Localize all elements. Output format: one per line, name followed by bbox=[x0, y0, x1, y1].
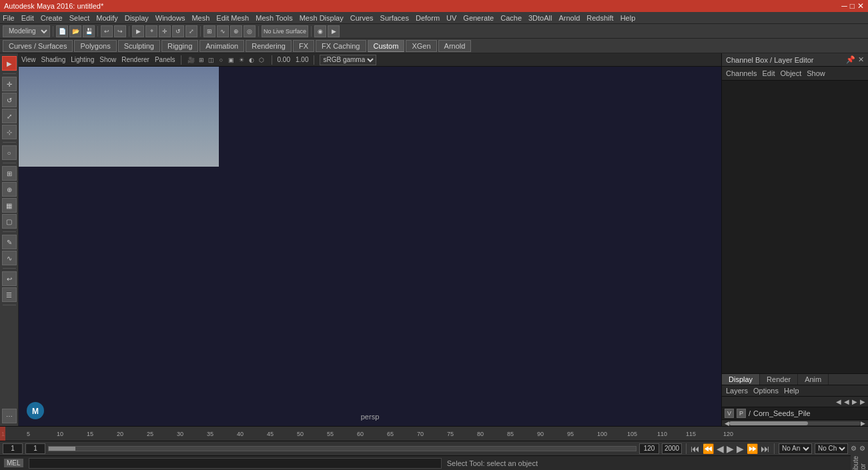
snap-grid-btn[interactable]: ⊞ bbox=[203, 25, 215, 37]
layer-nav3-btn[interactable]: ▶ bbox=[852, 398, 857, 405]
vp-menu-show[interactable]: Show bbox=[99, 56, 116, 63]
anim-layer-select[interactable]: No Anim Layer bbox=[779, 443, 812, 454]
vp-menu-view[interactable]: View bbox=[21, 56, 36, 63]
skip-back-btn[interactable]: ⏮ bbox=[691, 443, 700, 454]
scroll-right-btn[interactable]: ▶ bbox=[861, 420, 865, 427]
timeline[interactable]: 1 5 10 15 20 25 30 35 40 45 50 55 60 65 … bbox=[0, 426, 868, 441]
scrollbar[interactable]: ◀ ▶ bbox=[722, 419, 868, 426]
menu-select[interactable]: Select bbox=[69, 14, 90, 22]
menu-arnold[interactable]: Arnold bbox=[558, 14, 580, 22]
menu-edit[interactable]: Edit bbox=[21, 14, 34, 22]
smooth-icon[interactable]: ○ bbox=[217, 55, 226, 65]
panel-controls[interactable]: 📌 ✕ bbox=[846, 55, 864, 64]
scroll-left-btn[interactable]: ◀ bbox=[725, 420, 729, 427]
char-set-select[interactable]: No Character Set bbox=[815, 443, 848, 454]
move-tool[interactable]: ✛ bbox=[2, 77, 17, 91]
scroll-thumb[interactable] bbox=[729, 421, 808, 425]
snap-point-btn[interactable]: ⊕ bbox=[230, 25, 242, 37]
window-controls[interactable]: ─ □ ✕ bbox=[841, 1, 864, 11]
menu-mesh-tools[interactable]: Mesh Tools bbox=[256, 14, 292, 22]
soft-select[interactable]: ○ bbox=[2, 145, 17, 160]
frame-start-input[interactable] bbox=[3, 443, 23, 454]
more-tools-btn[interactable]: ⋯ bbox=[2, 409, 17, 423]
menu-generate[interactable]: Generate bbox=[463, 14, 494, 22]
tab-rigging[interactable]: Rigging bbox=[161, 40, 198, 52]
tab-sculpting[interactable]: Sculpting bbox=[118, 40, 160, 52]
range-thumb[interactable] bbox=[49, 447, 75, 451]
script-input[interactable] bbox=[29, 458, 442, 469]
undo-btn[interactable]: ↩ bbox=[101, 25, 113, 37]
snap-surface[interactable]: ⊞ bbox=[2, 166, 17, 181]
maximize-btn[interactable]: □ bbox=[850, 1, 855, 11]
playback-options-btn[interactable]: ⚙ bbox=[859, 445, 865, 452]
snap-grid[interactable]: ▦ bbox=[2, 198, 17, 213]
range-end-input[interactable] bbox=[639, 443, 659, 454]
tab-custom[interactable]: Custom bbox=[368, 40, 405, 52]
select-tool-btn[interactable]: ▶ bbox=[132, 25, 144, 37]
move-tool-btn[interactable]: ✛ bbox=[159, 25, 171, 37]
help-menu[interactable]: Help bbox=[784, 387, 799, 395]
cb-tab-object[interactable]: Object bbox=[780, 69, 801, 77]
sculpt-tool[interactable]: ∿ bbox=[2, 251, 17, 265]
tab-anim[interactable]: Anim bbox=[798, 374, 829, 385]
layer-playback-btn[interactable]: P bbox=[737, 409, 746, 418]
iso-icon[interactable]: ⬡ bbox=[257, 55, 266, 65]
scale-tool[interactable]: ⤢ bbox=[2, 109, 17, 123]
gamma-select[interactable]: sRGB gamma bbox=[320, 55, 376, 65]
step-back-btn[interactable]: ⏪ bbox=[703, 443, 714, 454]
tab-arnold[interactable]: Arnold bbox=[438, 40, 472, 52]
tab-polygons[interactable]: Polygons bbox=[74, 40, 116, 52]
render-settings-btn[interactable]: ◉ bbox=[314, 25, 326, 37]
cam-icon[interactable]: 🎥 bbox=[187, 55, 196, 65]
vp-menu-panels[interactable]: Panels bbox=[155, 56, 175, 63]
layer-nav4-btn[interactable]: ▶ bbox=[860, 398, 865, 405]
panel-close-btn[interactable]: ✕ bbox=[858, 55, 864, 64]
cb-tab-channels[interactable]: Channels bbox=[726, 69, 757, 77]
menu-modify[interactable]: Modify bbox=[96, 14, 117, 22]
universal-tool[interactable]: ⊹ bbox=[2, 125, 17, 139]
attribute-editor-tab[interactable]: Attribute Editor bbox=[851, 453, 868, 470]
menu-cache[interactable]: Cache bbox=[500, 14, 522, 22]
snap-point[interactable]: ⊕ bbox=[2, 182, 17, 197]
rotate-tool[interactable]: ↺ bbox=[2, 93, 17, 107]
texture-icon[interactable]: ▣ bbox=[227, 55, 236, 65]
select-tool[interactable]: ▶ bbox=[2, 56, 17, 71]
play-btn[interactable]: ▶ bbox=[727, 443, 734, 454]
tab-rendering[interactable]: Rendering bbox=[246, 40, 292, 52]
menu-curves[interactable]: Curves bbox=[350, 14, 374, 22]
grid-icon[interactable]: ⊞ bbox=[197, 55, 206, 65]
layer-visibility-btn[interactable]: V bbox=[725, 409, 734, 418]
menu-3dtoall[interactable]: 3DtoAll bbox=[528, 14, 552, 22]
menu-surfaces[interactable]: Surfaces bbox=[380, 14, 409, 22]
scale-tool-btn[interactable]: ⤢ bbox=[185, 25, 197, 37]
range-bar[interactable] bbox=[48, 446, 636, 451]
tab-animation[interactable]: Animation bbox=[199, 40, 244, 52]
paint-tool[interactable]: ✎ bbox=[2, 235, 17, 249]
vp-menu-lighting[interactable]: Lighting bbox=[71, 56, 94, 63]
open-file-btn[interactable]: 📂 bbox=[69, 25, 81, 37]
minimize-btn[interactable]: ─ bbox=[841, 1, 847, 11]
step-fwd-btn[interactable]: ⏩ bbox=[747, 443, 758, 454]
menu-redshift[interactable]: Redshift bbox=[586, 14, 613, 22]
wireframe-icon[interactable]: ◫ bbox=[207, 55, 216, 65]
vp-menu-renderer[interactable]: Renderer bbox=[121, 56, 149, 63]
history-btn[interactable]: ↩ bbox=[2, 271, 17, 286]
layers-menu[interactable]: Layers bbox=[726, 387, 748, 395]
no-live-surface-btn[interactable]: No Live Surface bbox=[262, 25, 308, 37]
settings-btn[interactable]: ⚙ bbox=[851, 445, 857, 452]
snap-view-btn[interactable]: ◎ bbox=[244, 25, 256, 37]
snap-view-plane[interactable]: ▢ bbox=[2, 214, 17, 229]
new-file-btn[interactable]: 📄 bbox=[56, 25, 68, 37]
tab-display[interactable]: Display bbox=[722, 374, 760, 385]
close-btn[interactable]: ✕ bbox=[857, 1, 864, 11]
mode-dropdown[interactable]: Modeling bbox=[3, 25, 50, 37]
frame-current-input[interactable] bbox=[25, 443, 45, 454]
menu-uv[interactable]: UV bbox=[446, 14, 456, 22]
layer-create-btn[interactable]: ◀ bbox=[836, 398, 841, 405]
prev-frame-btn[interactable]: ◀ bbox=[717, 443, 724, 454]
menu-mesh-display[interactable]: Mesh Display bbox=[300, 14, 344, 22]
vp-menu-shading[interactable]: Shading bbox=[41, 56, 66, 63]
panel-pin-btn[interactable]: 📌 bbox=[846, 55, 855, 64]
tab-render[interactable]: Render bbox=[760, 374, 798, 385]
tab-curves-surfaces[interactable]: Curves / Surfaces bbox=[3, 40, 73, 52]
